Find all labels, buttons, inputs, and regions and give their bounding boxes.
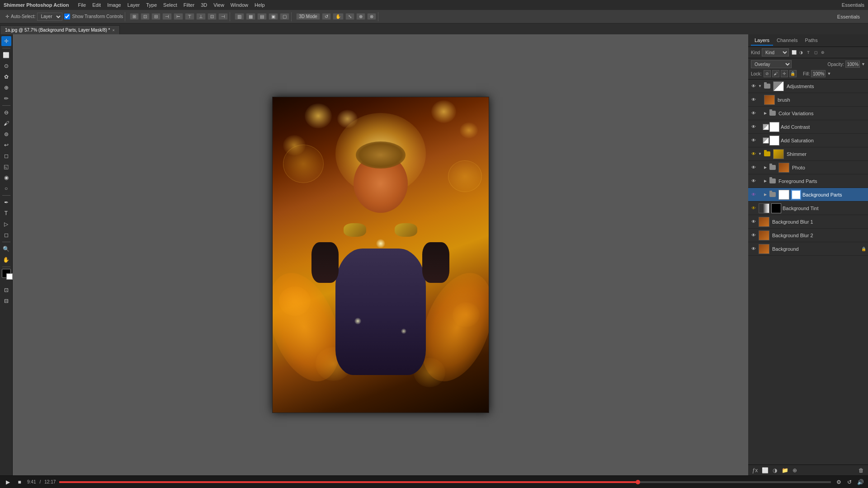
- align-center-h[interactable]: ⊢: [174, 13, 183, 20]
- layer-row-background-parts[interactable]: 👁 ▶ Background Parts: [748, 188, 868, 202]
- visibility-shimmer[interactable]: 👁: [750, 150, 757, 158]
- 3d-mode-btn[interactable]: 3D Mode: [296, 13, 320, 20]
- visibility-add-saturation[interactable]: 👁: [750, 137, 757, 144]
- layer-row-background-blur-1[interactable]: 👁 Background Blur 1: [748, 215, 868, 229]
- transform-btn-3[interactable]: ⊟: [151, 13, 160, 20]
- eraser-tool[interactable]: ◻: [1, 151, 11, 161]
- dodge-tool[interactable]: ○: [1, 183, 11, 193]
- visibility-color-variations[interactable]: 👁: [750, 110, 757, 117]
- dist-btn-4[interactable]: ▣: [269, 13, 278, 20]
- video-progress-bar[interactable]: [59, 481, 831, 483]
- lock-position-btn[interactable]: ✛: [781, 70, 788, 77]
- video-mute-btn[interactable]: 🔊: [856, 479, 864, 485]
- rectangular-marquee-tool[interactable]: ⬜: [1, 50, 11, 60]
- history-brush-tool[interactable]: ↩: [1, 140, 11, 150]
- doc-tab-close[interactable]: ×: [113, 28, 115, 33]
- menu-file[interactable]: File: [78, 2, 86, 8]
- menu-view[interactable]: View: [213, 2, 224, 8]
- transform-btn-2[interactable]: ⊡: [141, 13, 150, 20]
- move-tool[interactable]: ✛: [1, 36, 11, 46]
- menu-window[interactable]: Window: [231, 2, 248, 8]
- kind-shape-icon[interactable]: ◻: [812, 49, 819, 56]
- fill-input[interactable]: [811, 70, 826, 77]
- video-progress-thumb[interactable]: [636, 480, 640, 484]
- shape-tool[interactable]: ◻: [1, 230, 11, 240]
- menu-filter[interactable]: Filter: [184, 2, 194, 8]
- visibility-add-contrast[interactable]: 👁: [750, 123, 757, 131]
- visibility-brush[interactable]: 👁: [750, 96, 757, 103]
- blend-mode-select[interactable]: Overlay Normal Multiply Screen: [751, 60, 792, 68]
- dist-btn-1[interactable]: ▥: [235, 13, 244, 20]
- menu-edit[interactable]: Edit: [92, 2, 101, 8]
- kind-select[interactable]: Kind: [762, 48, 789, 56]
- lock-transparent-btn[interactable]: ⊘: [764, 70, 771, 77]
- visibility-background-blur-2[interactable]: 👁: [750, 232, 757, 239]
- menu-help[interactable]: Help: [255, 2, 265, 8]
- new-group-button[interactable]: 📁: [781, 466, 789, 474]
- layer-row-add-saturation[interactable]: 👁 Add Saturation: [748, 134, 868, 147]
- menu-select[interactable]: Select: [163, 2, 177, 8]
- layer-row-photo[interactable]: 👁 ▶ Photo: [748, 161, 868, 174]
- menu-3d[interactable]: 3D: [201, 2, 207, 8]
- opacity-input[interactable]: [845, 61, 860, 68]
- layers-list[interactable]: 👁 ▼ Adjustments 👁 brush 👁 ▶: [748, 80, 868, 465]
- lock-pixels-btn[interactable]: 🖌: [772, 70, 779, 77]
- stop-button[interactable]: ■: [15, 479, 24, 485]
- layer-row-adjustments[interactable]: 👁 ▼ Adjustments: [748, 80, 868, 93]
- show-transform-checkbox[interactable]: [64, 14, 70, 19]
- video-loop-btn[interactable]: ↺: [845, 479, 854, 485]
- pen-tool[interactable]: ✒: [1, 197, 11, 207]
- tab-paths[interactable]: Paths: [802, 36, 821, 46]
- kind-smart-icon[interactable]: ⊚: [820, 49, 826, 56]
- align-right[interactable]: ⊤: [185, 13, 194, 20]
- align-bottom[interactable]: ⊣: [218, 13, 228, 20]
- blur-tool[interactable]: ◉: [1, 173, 11, 183]
- new-fill-adjustment-button[interactable]: ◑: [771, 466, 779, 474]
- align-left[interactable]: ⊣: [162, 13, 172, 20]
- brush-tool[interactable]: 🖌: [1, 118, 11, 128]
- auto-select-dropdown[interactable]: Layer Group: [37, 13, 62, 21]
- layer-row-shimmer[interactable]: 👁 ▼ Shimmer: [748, 147, 868, 161]
- lasso-tool[interactable]: ⊙: [1, 61, 11, 71]
- spot-healing-tool[interactable]: ⊖: [1, 108, 11, 117]
- 3d-extra[interactable]: ⊗: [367, 13, 376, 20]
- expand-background-parts[interactable]: ▶: [763, 192, 768, 197]
- visibility-foreground-parts[interactable]: 👁: [750, 178, 757, 185]
- kind-type-icon[interactable]: T: [805, 49, 811, 56]
- expand-color-variations[interactable]: ▶: [763, 111, 768, 116]
- doc-tab-active[interactable]: 1a.jpg @ 57.7% (Background Parts, Layer …: [0, 25, 120, 34]
- visibility-photo[interactable]: 👁: [750, 164, 757, 171]
- fx-button[interactable]: ƒx: [751, 466, 759, 474]
- visibility-background-tint[interactable]: 👁: [750, 205, 757, 212]
- layer-row-background[interactable]: 👁 Background 🔒: [748, 242, 868, 256]
- kind-pixel-icon[interactable]: ⬜: [791, 49, 797, 56]
- visibility-background-parts[interactable]: 👁: [750, 191, 757, 198]
- dist-btn-5[interactable]: ▢: [280, 13, 289, 20]
- tab-channels[interactable]: Channels: [773, 36, 801, 46]
- essentials-workspace[interactable]: Essentials: [837, 14, 864, 19]
- layer-row-brush[interactable]: 👁 brush: [748, 93, 868, 107]
- hand-tool[interactable]: ✋: [1, 255, 11, 265]
- layer-row-add-contrast[interactable]: 👁 Add Contrast: [748, 120, 868, 134]
- lock-all-btn[interactable]: 🔒: [789, 70, 797, 77]
- screen-mode-tool[interactable]: ⊟: [1, 296, 11, 306]
- layer-row-foreground-parts[interactable]: 👁 ▶ Foreground Parts: [748, 174, 868, 188]
- visibility-background-blur-1[interactable]: 👁: [750, 218, 757, 225]
- quick-select-tool[interactable]: ✿: [1, 72, 11, 82]
- dist-btn-3[interactable]: ▤: [257, 13, 267, 20]
- zoom-tool[interactable]: 🔍: [1, 244, 11, 254]
- expand-shimmer[interactable]: ▼: [757, 151, 763, 157]
- 3d-pan[interactable]: ✋: [333, 13, 344, 20]
- play-button[interactable]: ▶: [4, 479, 12, 485]
- 3d-rotate[interactable]: ↺: [322, 13, 331, 20]
- path-selection-tool[interactable]: ▷: [1, 219, 11, 229]
- transform-btn-1[interactable]: ⊞: [130, 13, 139, 20]
- layer-row-background-tint[interactable]: 👁 Background Tint: [748, 202, 868, 215]
- kind-adjust-icon[interactable]: ◑: [798, 49, 804, 56]
- expand-adjustments[interactable]: ▼: [757, 84, 763, 89]
- visibility-adjustments[interactable]: 👁: [750, 83, 757, 90]
- align-center-v[interactable]: ⊡: [208, 13, 217, 20]
- add-mask-button[interactable]: ⬜: [761, 466, 769, 474]
- 3d-slide[interactable]: ⤡: [345, 13, 354, 20]
- menu-image[interactable]: Image: [107, 2, 121, 8]
